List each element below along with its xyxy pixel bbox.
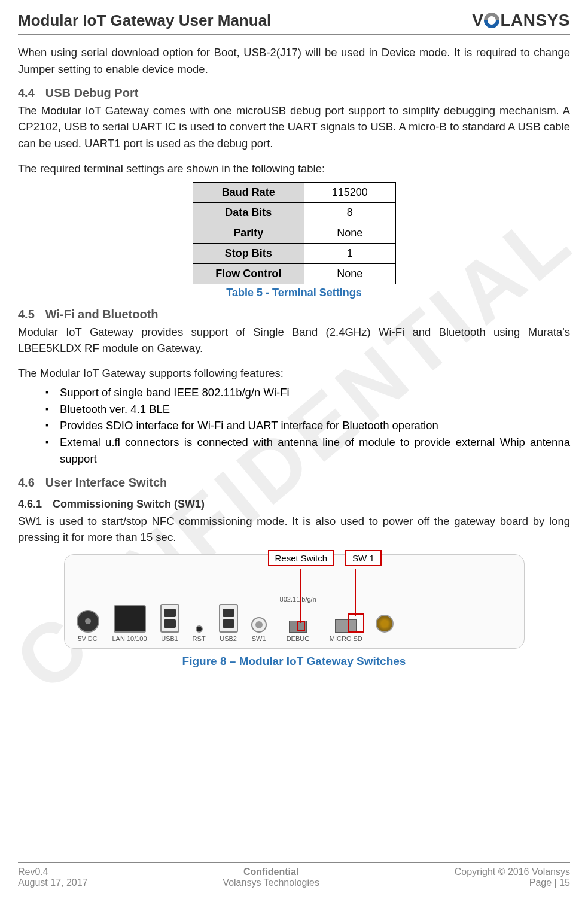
footer-confidential: Confidential <box>223 867 319 877</box>
port-sma <box>376 615 394 642</box>
section-4-6-1-heading: 4.6.1Commissioning Switch (SW1) <box>18 498 570 511</box>
page-header: Modular IoT Gateway User Manual V LANSYS <box>18 11 570 35</box>
list-item: External u.fl connectors is connected wi… <box>45 434 570 467</box>
port-usb1: USB1 <box>160 604 179 642</box>
port-dc: 5V DC <box>77 610 99 642</box>
list-item: Provides SDIO interface for Wi-Fi and UA… <box>45 417 570 434</box>
figure-8-device: Reset Switch SW 1 5V DC LAN 10/100 USB1 … <box>64 554 525 649</box>
logo-o-icon <box>481 10 503 32</box>
list-item: Support of single band IEEE 802.11b/g/n … <box>45 384 570 401</box>
dc-jack-icon <box>77 610 99 633</box>
sec44-p1: The Modular IoT Gateway comes with one m… <box>18 102 570 152</box>
usb-icon <box>219 604 238 633</box>
reset-hole-icon <box>196 625 203 633</box>
sw1-button-icon <box>251 617 267 633</box>
footer-date: August 17, 2017 <box>18 877 88 888</box>
sec45-p1: Modular IoT Gateway provides support of … <box>18 324 570 357</box>
document-title: Modular IoT Gateway User Manual <box>18 11 271 30</box>
sec45-p2: The Modular IoT Gateway supports followi… <box>18 365 570 382</box>
table-row: Baud Rate115200 <box>193 182 395 202</box>
port-rst: RST <box>193 625 206 642</box>
table-row: Data Bits8 <box>193 202 395 223</box>
list-item: Bluetooth ver. 4.1 BLE <box>45 401 570 418</box>
port-sw1: SW1 <box>251 617 267 642</box>
callout-line-icon <box>300 569 301 623</box>
feature-list: Support of single band IEEE 802.11b/g/n … <box>45 384 570 467</box>
table-5-caption: Table 5 - Terminal Settings <box>18 287 570 299</box>
sma-connector-icon <box>376 615 394 633</box>
page-footer: Rev0.4 August 17, 2017 Confidential Vola… <box>18 862 570 888</box>
ethernet-icon <box>114 605 146 633</box>
footer-page: Page | 15 <box>455 877 570 888</box>
usb-icon <box>160 604 179 633</box>
figure-8-caption: Figure 8 – Modular IoT Gateway Switches <box>18 655 570 668</box>
sw1-highlight-icon <box>348 613 364 633</box>
terminal-settings-table: Baud Rate115200 Data Bits8 ParityNone St… <box>193 182 396 284</box>
section-4-4-heading: 4.4USB Debug Port <box>18 86 570 100</box>
callout-reset-switch: Reset Switch <box>268 550 335 566</box>
section-4-6-heading: 4.6User Interface Switch <box>18 476 570 490</box>
footer-rev: Rev0.4 <box>18 867 88 877</box>
rst-highlight-icon <box>297 621 305 631</box>
port-debug: 802.11 b/g/nDEBUG <box>280 596 316 642</box>
callout-line-icon <box>355 569 356 616</box>
table-row: ParityNone <box>193 223 395 243</box>
sec461-p1: SW1 is used to start/stop NFC commission… <box>18 513 570 546</box>
callout-sw1: SW 1 <box>345 550 382 566</box>
sec44-p2: The required terminal settings are shown… <box>18 160 570 177</box>
port-usb2: USB2 <box>219 604 238 642</box>
company-logo: V LANSYS <box>472 11 570 30</box>
footer-company: Volansys Technologies <box>223 877 319 888</box>
intro-paragraph: When using serial download option for Bo… <box>18 44 570 78</box>
footer-copyright: Copyright © 2016 Volansys <box>455 867 570 877</box>
section-4-5-heading: 4.5Wi-Fi and Bluetooth <box>18 308 570 321</box>
table-row: Stop Bits1 <box>193 243 395 263</box>
port-lan: LAN 10/100 <box>112 605 147 642</box>
table-row: Flow ControlNone <box>193 263 395 284</box>
